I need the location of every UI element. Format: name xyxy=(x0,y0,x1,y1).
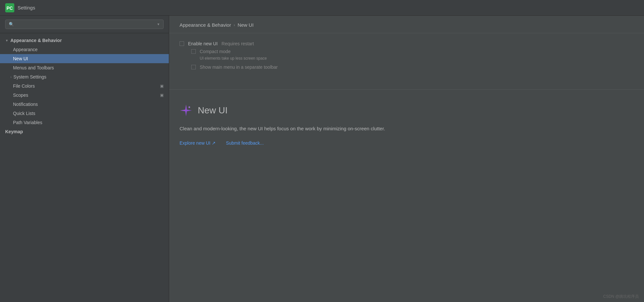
sidebar-item-scopes[interactable]: Scopes ▣ xyxy=(0,91,169,100)
sidebar-item-label: Menus and Toolbars xyxy=(13,65,54,70)
search-input-wrapper[interactable]: 🔍 ▼ xyxy=(5,20,164,29)
watermark: CSDN @跳坑程序员 xyxy=(603,294,639,299)
search-input[interactable] xyxy=(16,22,155,27)
sidebar-item-new-ui[interactable]: New UI xyxy=(0,54,169,63)
show-main-menu-row: Show main menu in a separate toolbar xyxy=(191,65,634,70)
title-bar: PC Settings xyxy=(0,0,644,16)
svg-point-2 xyxy=(189,107,190,108)
file-colors-icon: ▣ xyxy=(160,84,164,88)
sidebar-item-appearance[interactable]: Appearance xyxy=(0,45,169,54)
search-dropdown-arrow-icon[interactable]: ▼ xyxy=(157,22,160,26)
enable-new-ui-hint: Requires restart xyxy=(221,41,254,46)
new-ui-promo-description: Clean and modern-looking, the new UI hel… xyxy=(180,125,472,133)
new-ui-star-icon xyxy=(180,104,193,117)
explore-new-ui-link[interactable]: Explore new UI ↗ xyxy=(180,140,216,146)
sidebar-item-label: Path Variables xyxy=(13,120,42,125)
content-panel: Appearance & Behavior › New UI Enable ne… xyxy=(169,16,644,302)
settings-options: Enable new UI Requires restart Compact m… xyxy=(169,33,644,83)
sidebar-item-path-variables[interactable]: Path Variables xyxy=(0,118,169,127)
search-bar: 🔍 ▼ xyxy=(0,16,169,33)
settings-divider xyxy=(169,89,644,90)
sidebar-item-label: Appearance xyxy=(13,47,38,52)
window-title: Settings xyxy=(18,5,35,10)
main-container: 🔍 ▼ ▼ Appearance & Behavior Appearance N… xyxy=(0,16,644,302)
sidebar-item-notifications[interactable]: Notifications xyxy=(0,100,169,109)
new-ui-promo-links: Explore new UI ↗ Submit feedback... xyxy=(180,140,634,146)
sidebar-nav: ▼ Appearance & Behavior Appearance New U… xyxy=(0,33,169,302)
new-ui-promo-header: New UI xyxy=(180,104,634,117)
enable-new-ui-row: Enable new UI Requires restart xyxy=(180,41,634,46)
compact-mode-description: UI elements take up less screen space xyxy=(200,56,634,61)
show-main-menu-label: Show main menu in a separate toolbar xyxy=(200,65,278,70)
new-ui-promo: New UI Clean and modern-looking, the new… xyxy=(169,96,644,153)
subsection-arrow-icon: › xyxy=(10,75,11,79)
sidebar-item-label: Notifications xyxy=(13,102,38,107)
show-main-menu-checkbox[interactable] xyxy=(191,65,196,69)
compact-mode-label: Compact mode xyxy=(200,49,231,54)
sidebar-item-quick-lists[interactable]: Quick Lists xyxy=(0,109,169,118)
explore-link-label: Explore new UI ↗ xyxy=(180,140,216,146)
sidebar-section-appearance-behavior[interactable]: ▼ Appearance & Behavior xyxy=(0,36,169,45)
sidebar-item-menus-toolbars[interactable]: Menus and Toolbars xyxy=(0,63,169,72)
feedback-link-label: Submit feedback... xyxy=(226,140,264,146)
sidebar-item-file-colors[interactable]: File Colors ▣ xyxy=(0,81,169,91)
breadcrumb-current: New UI xyxy=(237,22,253,28)
search-icon: 🔍 xyxy=(9,22,14,27)
breadcrumb-parent: Appearance & Behavior xyxy=(180,22,231,28)
compact-mode-section: Compact mode UI elements take up less sc… xyxy=(191,49,634,61)
section-arrow-icon: ▼ xyxy=(5,39,8,42)
sidebar-item-label: New UI xyxy=(13,56,28,61)
sidebar-item-label: Quick Lists xyxy=(13,111,35,116)
compact-mode-row: Compact mode xyxy=(191,49,634,54)
sidebar-section-keymap[interactable]: Keymap xyxy=(0,127,169,136)
sidebar-item-label: File Colors xyxy=(13,83,35,89)
new-ui-promo-title: New UI xyxy=(198,105,228,116)
compact-mode-checkbox[interactable] xyxy=(191,49,196,54)
sidebar: 🔍 ▼ ▼ Appearance & Behavior Appearance N… xyxy=(0,16,169,302)
enable-new-ui-label: Enable new UI xyxy=(188,41,218,46)
sidebar-item-system-settings[interactable]: › System Settings xyxy=(0,72,169,81)
scopes-icon: ▣ xyxy=(160,93,164,97)
app-logo: PC xyxy=(5,3,14,12)
svg-text:PC: PC xyxy=(7,6,13,11)
breadcrumb-separator: › xyxy=(234,23,235,27)
keymap-label: Keymap xyxy=(5,129,23,134)
section-label: Appearance & Behavior xyxy=(10,38,62,43)
sidebar-item-label: Scopes xyxy=(13,93,28,98)
enable-new-ui-checkbox[interactable] xyxy=(180,41,184,46)
submit-feedback-link[interactable]: Submit feedback... xyxy=(226,140,264,146)
breadcrumb-bar: Appearance & Behavior › New UI xyxy=(169,16,644,33)
show-main-menu-section: Show main menu in a separate toolbar xyxy=(191,65,634,71)
breadcrumb: Appearance & Behavior › New UI xyxy=(180,22,634,28)
sidebar-item-label: System Settings xyxy=(13,74,46,79)
